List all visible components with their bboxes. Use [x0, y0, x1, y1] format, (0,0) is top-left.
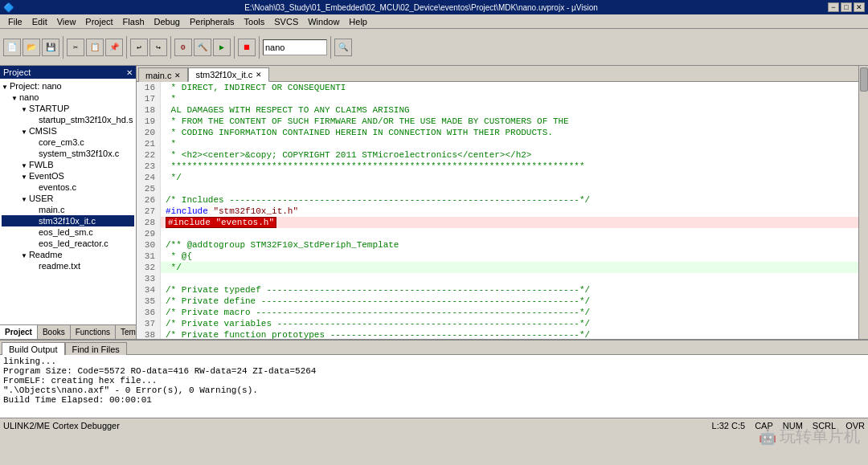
- code-line-21[interactable]: 21 *: [137, 138, 858, 149]
- tree-item-4[interactable]: ▼CMSIS: [2, 125, 134, 137]
- toolbar: 📄 📂 💾 ✂ 📋 📌 ↩ ↪ ⚙ 🔨 ▶ ⏹ 🔍: [0, 29, 868, 66]
- num-indicator: NUM: [783, 421, 803, 430]
- line-content-21: *: [161, 138, 858, 149]
- menu-item-svcs[interactable]: SVCS: [269, 16, 303, 27]
- toolbar-separator-2: [126, 36, 127, 59]
- menu-item-help[interactable]: Help: [344, 16, 372, 27]
- cut-button[interactable]: ✂: [67, 39, 84, 56]
- menu-item-window[interactable]: Window: [303, 16, 344, 27]
- editor-scrollbar[interactable]: [858, 66, 868, 339]
- tree-item-14[interactable]: eos_led_reactor.c: [2, 238, 134, 249]
- code-line-20[interactable]: 20 * CODING INFORMATION CONTAINED HEREIN…: [137, 127, 858, 138]
- tab-close-0[interactable]: ✕: [174, 71, 181, 80]
- code-line-33[interactable]: 33: [137, 273, 858, 284]
- undo-button[interactable]: ↩: [130, 39, 148, 56]
- menu-item-project[interactable]: Project: [80, 16, 117, 27]
- proj-bottom-tab-2[interactable]: Functions: [71, 325, 116, 339]
- code-line-29[interactable]: 29: [137, 228, 858, 239]
- copy-button[interactable]: 📋: [86, 39, 104, 56]
- tree-item-10[interactable]: ▼USER: [2, 193, 134, 204]
- tab-0[interactable]: main.c✕: [138, 67, 188, 82]
- code-line-24[interactable]: 24 */: [137, 172, 858, 183]
- zoom-in-button[interactable]: 🔍: [334, 39, 352, 56]
- toolbar-separator-1: [63, 36, 63, 59]
- menu-item-view[interactable]: View: [52, 16, 81, 27]
- menu-item-file[interactable]: File: [3, 16, 27, 27]
- build-output-line: FromELF: creating hex file...: [3, 376, 865, 385]
- code-editor[interactable]: 16 * DIRECT, INDIRECT OR CONSEQUENTI17 *…: [137, 82, 858, 339]
- tab-bar: main.c✕stm32f10x_it.c✕: [137, 66, 858, 82]
- project-close-button[interactable]: ✕: [126, 68, 133, 77]
- tree-item-2[interactable]: ▼STARTUP: [2, 103, 134, 114]
- menu-item-edit[interactable]: Edit: [27, 16, 52, 27]
- titlebar-title: E:\Noah\03_Study\01_Embedded\02_MCU\02_D…: [14, 3, 828, 12]
- proj-bottom-tab-1[interactable]: Books: [38, 325, 71, 339]
- code-line-18[interactable]: 18 AL DAMAGES WITH RESPECT TO ANY CLAIMS…: [137, 104, 858, 116]
- open-button[interactable]: 📂: [23, 39, 40, 56]
- debugger-status: ULINK2/ME Cortex Debugger: [3, 421, 120, 430]
- code-line-23[interactable]: 23 *************************************…: [137, 161, 858, 172]
- maximize-button[interactable]: □: [841, 2, 852, 12]
- project-label: Project: [3, 67, 31, 77]
- menu-item-flash[interactable]: Flash: [118, 16, 149, 27]
- code-line-16[interactable]: 16 * DIRECT, INDIRECT OR CONSEQUENTI: [137, 82, 858, 93]
- save-button[interactable]: 💾: [42, 39, 59, 56]
- code-line-34[interactable]: 34/* Private typedef -------------------…: [137, 284, 858, 296]
- editor-area: main.c✕stm32f10x_it.c✕ 16 * DIRECT, INDI…: [137, 66, 858, 339]
- code-line-19[interactable]: 19 * FROM THE CONTENT OF SUCH FIRMWARE A…: [137, 116, 858, 127]
- code-line-36[interactable]: 36/* Private macro ---------------------…: [137, 307, 858, 318]
- line-content-36: /* Private macro -----------------------…: [161, 307, 858, 318]
- code-line-25[interactable]: 25: [137, 183, 858, 194]
- build-tab-1[interactable]: Find in Files: [65, 342, 127, 355]
- tree-item-7[interactable]: ▼FWLB: [2, 159, 134, 170]
- tree-item-1[interactable]: ▼nano: [2, 92, 134, 103]
- code-line-32[interactable]: 32 */: [137, 262, 858, 273]
- tree-item-3[interactable]: startup_stm32f10x_hd.s: [2, 114, 134, 125]
- line-number-18: 18: [137, 104, 161, 116]
- code-line-26[interactable]: 26/* Includes --------------------------…: [137, 194, 858, 206]
- menu-item-peripherals[interactable]: Peripherals: [185, 16, 240, 27]
- code-line-17[interactable]: 17 *: [137, 93, 858, 104]
- tree-item-15[interactable]: ▼Readme: [2, 249, 134, 260]
- tab-1[interactable]: stm32f10x_it.c✕: [188, 67, 269, 82]
- stop-button[interactable]: ⏹: [238, 39, 256, 56]
- code-line-27[interactable]: 27#include "stm32f10x_it.h": [137, 206, 858, 217]
- tree-item-16[interactable]: readme.txt: [2, 260, 134, 271]
- menu-item-debug[interactable]: Debug: [149, 16, 185, 27]
- close-button[interactable]: ✕: [854, 2, 865, 12]
- code-line-30[interactable]: 30/** @addtogroup STM32F10x_StdPeriph_Te…: [137, 239, 858, 251]
- code-line-28[interactable]: 28#include "eventos.h": [137, 217, 858, 228]
- tree-item-13[interactable]: eos_led_sm.c: [2, 226, 134, 238]
- rebuild-button[interactable]: 🔨: [194, 39, 211, 56]
- proj-bottom-tab-3[interactable]: Templates: [116, 325, 137, 339]
- build-button[interactable]: ⚙: [174, 39, 192, 56]
- tab-close-1[interactable]: ✕: [256, 71, 262, 79]
- tree-item-12[interactable]: stm32f10x_it.c: [2, 215, 134, 226]
- debug-button[interactable]: ▶: [213, 39, 231, 56]
- tree-item-6[interactable]: system_stm32f10x.c: [2, 148, 134, 159]
- new-file-button[interactable]: 📄: [3, 39, 21, 56]
- redo-button[interactable]: ↪: [149, 39, 167, 56]
- code-line-35[interactable]: 35/* Private define --------------------…: [137, 296, 858, 307]
- code-line-31[interactable]: 31 * @{: [137, 251, 858, 262]
- toolbar-separator-3: [170, 36, 171, 59]
- minimize-button[interactable]: −: [828, 2, 839, 12]
- tree-item-8[interactable]: ▼EventOS: [2, 170, 134, 182]
- toolbar-separator-4: [234, 36, 235, 59]
- code-line-22[interactable]: 22 * <h2><center>&copy; COPYRIGHT 2011 S…: [137, 149, 858, 161]
- tree-item-0[interactable]: ▼Project: nano: [2, 80, 134, 92]
- line-content-24: */: [161, 172, 858, 183]
- tree-item-5[interactable]: core_cm3.c: [2, 137, 134, 148]
- search-input[interactable]: [263, 39, 327, 55]
- scrollbar-thumb[interactable]: [860, 67, 868, 92]
- build-tab-0[interactable]: Build Output: [2, 342, 65, 355]
- code-line-37[interactable]: 37/* Private variables -----------------…: [137, 318, 858, 329]
- code-line-38[interactable]: 38/* Private function prototypes -------…: [137, 329, 858, 339]
- line-content-28: #include "eventos.h": [161, 217, 858, 228]
- proj-bottom-tab-0[interactable]: Project: [0, 325, 38, 339]
- tree-item-11[interactable]: main.c: [2, 204, 134, 215]
- build-output-line: Program Size: Code=5572 RO-data=416 RW-d…: [3, 366, 865, 376]
- tree-item-9[interactable]: eventos.c: [2, 182, 134, 193]
- paste-button[interactable]: 📌: [105, 39, 123, 56]
- menu-item-tools[interactable]: Tools: [240, 16, 270, 27]
